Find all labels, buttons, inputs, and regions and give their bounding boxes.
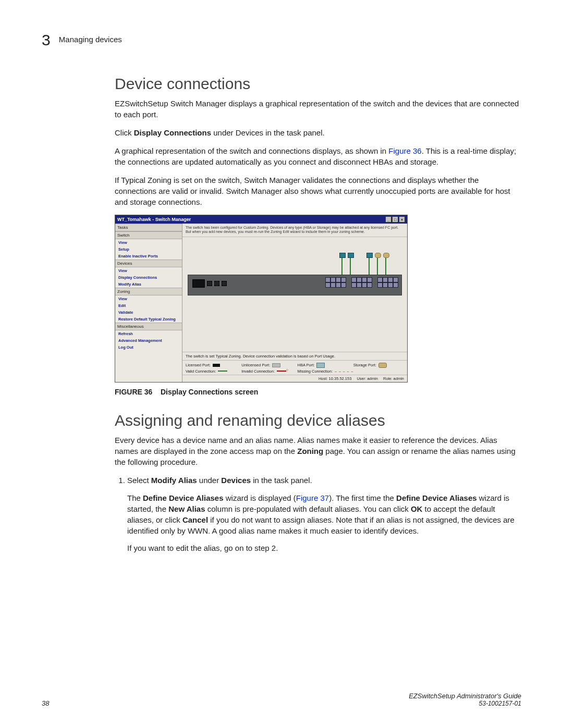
text: column is pre-populated with default ali… — [205, 504, 411, 513]
side-group-switch: Switch — [115, 231, 182, 239]
valid-connection-icon — [218, 371, 227, 372]
hba-device-icon — [350, 258, 351, 275]
text: under Devices in the task panel. — [211, 128, 325, 137]
page-footer: 38 EZSwitchSetup Administrator's Guide 5… — [42, 692, 521, 707]
paragraph: A graphical representation of the switch… — [115, 145, 521, 167]
document-title: EZSwitchSetup Administrator's Guide — [409, 692, 521, 700]
legend-item: Missing Connection:– – – – – — [298, 369, 405, 374]
section-title-assigning-aliases: Assigning and renaming device aliases — [115, 412, 521, 429]
sidebar-link[interactable]: Validate — [115, 309, 182, 316]
text: Select — [127, 476, 151, 485]
invalid-connection-icon — [277, 371, 286, 372]
status-message: The switch is set Typical Zoning. Device… — [182, 352, 407, 361]
port-group — [377, 277, 397, 287]
figure-link-37[interactable]: Figure 37 — [296, 493, 329, 502]
legend-item: Licensed Port: — [186, 363, 236, 368]
step-1: Select Modify Alias under Devices in the… — [127, 475, 521, 553]
hba-device-icon — [341, 258, 342, 275]
sidebar-link[interactable]: Edit — [115, 302, 182, 309]
maximize-icon[interactable]: □ — [392, 216, 398, 223]
figure-caption-text: Display Connections screen — [161, 388, 259, 396]
sidebar-link[interactable]: Setup — [115, 246, 182, 253]
switch-manager-window: WT_Tomahawk - Switch Manager _ □ × Tasks… — [115, 215, 408, 382]
paragraph: If Typical Zoning is set on the switch, … — [115, 175, 521, 207]
switch-manager-main: The switch has been configured for Custo… — [182, 224, 407, 382]
storage-port-icon — [378, 363, 387, 368]
text-bold: Display Connections — [134, 128, 211, 137]
storage-device-icon — [385, 258, 386, 275]
window-statusbar: Host: 10.35.52.153 User: admin Role: adm… — [182, 375, 407, 382]
chapter-number: 3 — [42, 31, 51, 48]
legend-item: Invalid Connection: — [241, 369, 292, 374]
paragraph: Every device has a device name and an al… — [115, 435, 521, 467]
window-title: WT_Tomahawk - Switch Manager — [117, 217, 191, 222]
legend-item: Unlicensed Port: — [241, 363, 292, 368]
device-cables — [341, 258, 386, 275]
text: The — [127, 493, 143, 502]
sidebar-link[interactable]: View — [115, 239, 182, 246]
hba-device-icon — [369, 258, 370, 275]
legend-item: Storage Port: — [353, 363, 404, 368]
hba-port-icon — [316, 363, 325, 368]
storage-device-icon — [377, 258, 378, 275]
window-titlebar: WT_Tomahawk - Switch Manager _ □ × — [115, 215, 407, 224]
mgmt-port-icon — [214, 281, 219, 286]
section-title-device-connections: Device connections — [115, 75, 521, 93]
figure-label: FIGURE 36 — [115, 388, 152, 396]
switch-device-icon — [188, 275, 402, 295]
sidebar-link[interactable]: View — [115, 295, 182, 302]
chapter-title: Managing devices — [59, 35, 122, 44]
missing-connection-icon: – – – – – — [335, 369, 346, 373]
info-message: The switch has been configured for Custo… — [182, 224, 407, 237]
port-group — [325, 277, 345, 287]
figure-link-36[interactable]: Figure 36 — [388, 146, 421, 155]
text-bold: Define Device Aliases — [396, 493, 477, 502]
mgmt-port-icon — [207, 281, 212, 286]
port-group — [351, 277, 371, 287]
sidebar-link[interactable]: Modify Alias — [115, 281, 182, 288]
close-icon[interactable]: × — [399, 216, 405, 223]
status-user: User: admin — [357, 376, 377, 381]
text: wizard is displayed ( — [224, 493, 296, 502]
procedure-steps: Select Modify Alias under Devices in the… — [115, 475, 521, 553]
legend-item: Valid Connection: — [186, 369, 236, 374]
side-group-misc: Miscellaneous — [115, 323, 182, 330]
paragraph: If you want to edit the alias, go on to … — [127, 542, 521, 553]
document-number: 53-1002157-01 — [409, 700, 521, 707]
text-bold: Cancel — [182, 515, 208, 524]
paragraph: EZSwitchSetup Switch Manager displays a … — [115, 98, 521, 120]
text-bold: Devices — [221, 476, 251, 485]
text: Click — [115, 128, 134, 137]
connections-canvas — [182, 237, 407, 352]
text: in the task panel. — [251, 476, 312, 485]
power-plug-icon — [192, 279, 205, 288]
text-bold: New Alias — [168, 504, 205, 513]
running-header: 3 Managing devices — [42, 31, 521, 49]
side-group-devices: Devices — [115, 260, 182, 267]
tasks-header: Tasks — [115, 224, 182, 231]
paragraph: The Define Device Aliases wizard is disp… — [127, 492, 521, 536]
sidebar-link[interactable]: Refresh — [115, 330, 182, 337]
text-bold: OK — [411, 504, 423, 513]
sidebar-link[interactable]: Enable Inactive Ports — [115, 253, 182, 260]
text: under — [197, 476, 222, 485]
figure-36: WT_Tomahawk - Switch Manager _ □ × Tasks… — [115, 215, 521, 382]
unlicensed-port-icon — [272, 363, 280, 367]
text-bold: Modify Alias — [151, 476, 197, 485]
sidebar-link[interactable]: View — [115, 267, 182, 274]
text-bold: Define Device Aliases — [143, 493, 224, 502]
paragraph: Click Display Connections under Devices … — [115, 127, 521, 138]
sidebar-link[interactable]: Restore Default Typical Zoning — [115, 316, 182, 323]
task-panel: Tasks Switch View Setup Enable Inactive … — [115, 224, 182, 382]
legend: Licensed Port: Unlicensed Port: HBA Port… — [182, 361, 407, 375]
side-group-zoning: Zoning — [115, 288, 182, 295]
figure-caption: FIGURE 36 Display Connections screen — [115, 388, 521, 396]
sidebar-link[interactable]: Display Connections — [115, 274, 182, 281]
sidebar-link[interactable]: Log Out — [115, 344, 182, 351]
mgmt-port-icon — [222, 281, 227, 286]
sidebar-link[interactable]: Advanced Management — [115, 337, 182, 344]
text: A graphical representation of the switch… — [115, 146, 388, 155]
page-number: 38 — [42, 699, 49, 707]
status-host: Host: 10.35.52.153 — [319, 376, 351, 381]
minimize-icon[interactable]: _ — [385, 216, 391, 223]
